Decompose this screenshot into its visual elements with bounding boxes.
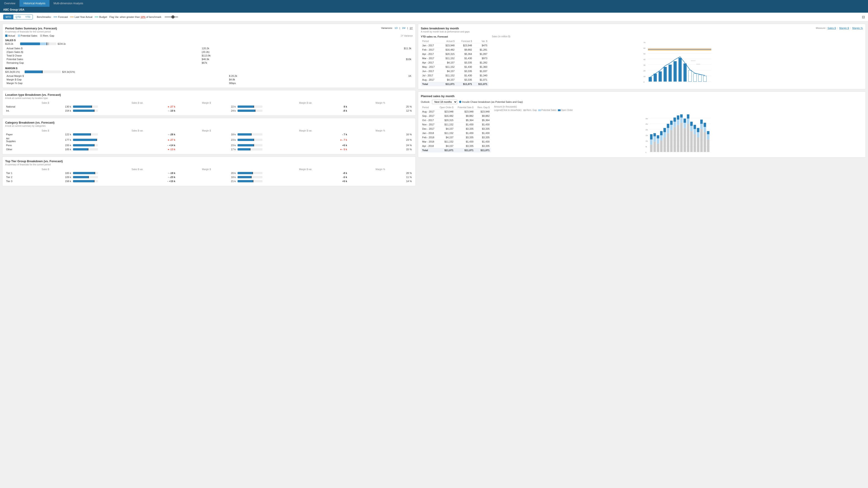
row-sales-k: 158 k [19,179,72,183]
pl-open: $11,152 [437,123,455,127]
measure-margin-dollar[interactable]: Margin $ [839,27,849,29]
row-margin-pct: 15 % [348,147,413,151]
planned-table-scroll[interactable]: Period Open Order $ Potential Sale $ Rem… [421,105,491,153]
pl-open: $4,157 [437,135,455,140]
margin-value-1: $4.8k [228,78,348,81]
row-margin-bar [237,132,264,136]
row-sales-var: ●-27 k [99,105,176,109]
legend-remgap-item[interactable]: Rem. Gap [523,109,537,111]
pl-potential: $1,430 [455,140,475,144]
var-1y-link[interactable]: 1Y [410,27,412,29]
margin-row-2: Margin % Gap 90bps [5,81,413,85]
measure-sales[interactable]: Sales $ [828,27,836,29]
measure-margin-pct[interactable]: Margin % [852,27,863,29]
potential-legend-label: Potential Sales [21,34,37,37]
var-sep1: | [399,27,400,29]
svg-rect-93 [687,124,689,152]
budget-icon [95,17,98,17]
tab-historical[interactable]: Historical Analysis [20,0,50,7]
svg-rect-82 [673,122,676,127]
table-row: Apr - 2018 $4,157 $3,335 $3,335 [421,144,491,148]
table-row: Mar - 2017 $11,152 $1,430 $973 [421,56,489,61]
svg-text:J: J [680,84,680,84]
ytd-title: YTD sales vs. Forecast [421,35,489,38]
var-1d-link[interactable]: 1D [395,27,398,29]
row-name: Tier 2 [5,175,19,179]
ytd-var: $1,037 [473,69,489,73]
outlook-select[interactable]: Next 18 months [432,100,457,104]
btn-mtd[interactable]: MTD [3,15,13,19]
row-sales-bar [72,143,99,147]
row-margin-bar [237,147,264,151]
list-item: Tier 1 165 k ●-18 k 20 k -8 k 28 % [5,171,413,175]
row-sales-bar [72,171,99,175]
svg-rect-25 [678,58,682,82]
pl-open: $4,157 [437,127,455,131]
pl-open: $4,157 [437,144,455,148]
toptier-subtitle: A summary of financials for the current … [5,163,413,166]
actual-legend-icon [5,35,7,37]
chase-label: Incude Chase breakdown (as Potential Sal… [459,101,523,103]
pl-h-period: Period [421,105,437,109]
table-row: Jun - 2017 $4,157 $3,335 $1,037 [421,69,489,73]
location-breakdown-card: Location type Breakdown (vs. Forecast) A… [2,90,416,116]
flag-slider[interactable] [164,16,178,18]
sales-row-4: Remaining Gap $67k [5,61,413,65]
sales-bar-max: $234.1k [58,43,66,45]
ytd-var: $1,360 [473,65,489,69]
legend-remgap: Rem. Gap [40,34,54,37]
ytd-actual: $23,948 [440,43,456,48]
svg-text:30k: 30k [645,118,648,120]
svg-text:M: M [659,84,661,84]
filter-icon[interactable]: ⊟ [862,15,865,19]
var-1m-link[interactable]: 1M [402,27,405,29]
tab-multidim[interactable]: Multi-dimension Analysis [50,0,87,7]
loc-h1: Sales $ [19,101,72,105]
ytd-forecast: $23,948 [456,43,473,48]
list-item: Art Supplies 177 k ●-27 k 23 k ●- 7 k 23… [5,136,413,143]
location-header-row: Sales $ Sales $ var. Margin $ Margin $ v… [5,101,413,105]
legend-potential-item[interactable]: Potential Sales [538,109,557,111]
pl-h-potential: Potential Sale $ [455,105,475,109]
table-row: Jan - 2017 $23,948 $23,948 $475 [421,43,489,48]
period-selector: MTD QTD YTD [3,14,33,20]
margin-row-1: Margin $ Gap $4.8k [5,78,413,81]
category-breakdown-card: Category Breakdown (vs. Forecast) A look… [2,118,416,154]
table-row: Jan - 2018 $11,152 $1,430 $1,430 [421,131,491,135]
btn-ytd[interactable]: YTD [23,15,33,19]
list-item: Int. 154 k ●-10 k 24 k -8 k 12 % [5,109,413,113]
chase-radio[interactable] [459,101,461,103]
row-name: Other [5,147,19,151]
btn-qtd[interactable]: QTD [13,15,23,19]
svg-rect-109 [704,127,706,132]
pl-rem: $9,882 [475,114,491,118]
svg-rect-80 [670,121,673,125]
pl-period: Mar - 2018 [421,140,437,144]
svg-rect-30 [703,76,706,82]
row-sales-var: ●-23 k [99,175,176,179]
ytd-table-scroll[interactable]: Period Actual $ Forecast $ Var. $ Jan - … [421,39,489,86]
pl-open: $20,315 [437,118,455,123]
legend-openorder-item[interactable]: Open Order [558,109,573,111]
measure-label: Measure : [816,27,827,29]
svg-text:20k: 20k [645,129,648,131]
ytd-period: Aug - 2017 [421,78,441,82]
svg-text:Aug '17: Aug '17 [649,154,654,154]
category-title: Category Breakdown (vs. Forecast) [5,121,413,124]
variances-row: Variances: 1D | 1M | 1Y [381,27,413,29]
forecast-bench: Forecast [54,15,68,18]
svg-rect-21 [658,71,662,82]
loc-h2 [72,101,99,105]
top-nav: Overview Historical Analysis Multi-dimen… [0,0,868,7]
ytd-var: $973 [473,56,489,61]
svg-text:N: N [700,84,701,84]
svg-rect-91 [684,123,686,128]
svg-rect-101 [693,125,696,129]
svg-rect-63 [653,142,656,152]
table-row: Nov - 2017 $11,152 $1,430 $1,430 [421,123,491,127]
tab-overview[interactable]: Overview [0,0,20,7]
table-row: Mar - 2018 $11,152 $1,430 $1,430 [421,140,491,144]
ytd-table: Period Actual $ Forecast $ Var. $ Jan - … [421,39,489,86]
svg-rect-81 [673,127,676,152]
ytd-h-forecast: Forecast $ [456,39,473,43]
